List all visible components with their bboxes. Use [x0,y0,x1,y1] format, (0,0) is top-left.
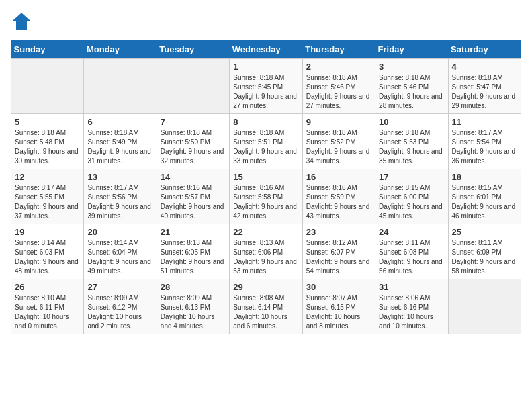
calendar-cell: 4Sunrise: 8:18 AM Sunset: 5:47 PM Daylig… [448,59,521,114]
day-info: Sunrise: 8:16 AM Sunset: 5:58 PM Dayligh… [233,183,298,221]
day-number: 27 [87,282,152,292]
calendar-table: SundayMondayTuesdayWednesdayThursdayFrid… [11,40,521,334]
calendar-cell: 10Sunrise: 8:18 AM Sunset: 5:53 PM Dayli… [375,114,448,169]
day-info: Sunrise: 8:13 AM Sunset: 6:05 PM Dayligh… [161,238,226,276]
day-info: Sunrise: 8:17 AM Sunset: 5:56 PM Dayligh… [87,183,152,221]
day-number: 4 [452,62,517,72]
calendar-cell: 19Sunrise: 8:14 AM Sunset: 6:03 PM Dayli… [11,224,84,279]
day-header-thursday: Thursday [302,40,375,59]
day-number: 20 [87,227,152,237]
day-info: Sunrise: 8:18 AM Sunset: 5:49 PM Dayligh… [87,128,152,166]
day-number: 1 [233,62,298,72]
calendar-week-row: 19Sunrise: 8:14 AM Sunset: 6:03 PM Dayli… [11,224,521,279]
day-number: 25 [452,227,517,237]
day-info: Sunrise: 8:13 AM Sunset: 6:06 PM Dayligh… [233,238,298,276]
day-info: Sunrise: 8:10 AM Sunset: 6:11 PM Dayligh… [15,293,80,331]
calendar-cell: 16Sunrise: 8:16 AM Sunset: 5:59 PM Dayli… [302,169,375,224]
day-info: Sunrise: 8:08 AM Sunset: 6:14 PM Dayligh… [233,293,298,331]
day-info: Sunrise: 8:07 AM Sunset: 6:15 PM Dayligh… [306,293,371,331]
day-info: Sunrise: 8:18 AM Sunset: 5:50 PM Dayligh… [161,128,226,166]
logo [11,11,35,32]
calendar-cell: 27Sunrise: 8:09 AM Sunset: 6:12 PM Dayli… [84,279,157,334]
day-header-tuesday: Tuesday [157,40,229,59]
day-header-sunday: Sunday [11,40,84,59]
day-number: 24 [379,227,444,237]
calendar-week-row: 5Sunrise: 8:18 AM Sunset: 5:48 PM Daylig… [11,114,521,169]
day-number: 26 [15,282,80,292]
calendar-cell: 21Sunrise: 8:13 AM Sunset: 6:05 PM Dayli… [157,224,229,279]
day-header-friday: Friday [375,40,448,59]
day-number: 9 [306,117,371,127]
day-number: 29 [233,282,298,292]
day-number: 7 [161,117,226,127]
calendar-cell [11,59,84,114]
day-info: Sunrise: 8:12 AM Sunset: 6:07 PM Dayligh… [306,238,371,276]
day-number: 2 [306,62,371,72]
day-number: 12 [15,172,80,182]
page-header [11,11,521,32]
calendar-cell [84,59,157,114]
calendar-week-row: 26Sunrise: 8:10 AM Sunset: 6:11 PM Dayli… [11,279,521,334]
day-header-monday: Monday [84,40,157,59]
calendar-cell: 12Sunrise: 8:17 AM Sunset: 5:55 PM Dayli… [11,169,84,224]
calendar-cell: 28Sunrise: 8:09 AM Sunset: 6:13 PM Dayli… [157,279,229,334]
calendar-week-row: 1Sunrise: 8:18 AM Sunset: 5:45 PM Daylig… [11,59,521,114]
calendar-cell: 18Sunrise: 8:15 AM Sunset: 6:01 PM Dayli… [448,169,521,224]
day-info: Sunrise: 8:14 AM Sunset: 6:03 PM Dayligh… [15,238,80,276]
day-info: Sunrise: 8:16 AM Sunset: 5:59 PM Dayligh… [306,183,371,221]
day-info: Sunrise: 8:18 AM Sunset: 5:48 PM Dayligh… [15,128,80,166]
day-info: Sunrise: 8:15 AM Sunset: 6:00 PM Dayligh… [379,183,444,221]
calendar-cell: 2Sunrise: 8:18 AM Sunset: 5:46 PM Daylig… [302,59,375,114]
day-info: Sunrise: 8:17 AM Sunset: 5:54 PM Dayligh… [452,128,517,166]
calendar-cell [448,279,521,334]
day-number: 16 [306,172,371,182]
day-number: 31 [379,282,444,292]
day-header-wednesday: Wednesday [230,40,302,59]
day-info: Sunrise: 8:18 AM Sunset: 5:51 PM Dayligh… [233,128,298,166]
calendar-cell: 17Sunrise: 8:15 AM Sunset: 6:00 PM Dayli… [375,169,448,224]
day-info: Sunrise: 8:18 AM Sunset: 5:46 PM Dayligh… [306,73,371,111]
day-number: 3 [379,62,444,72]
day-info: Sunrise: 8:18 AM Sunset: 5:52 PM Dayligh… [306,128,371,166]
day-number: 17 [379,172,444,182]
calendar-week-row: 12Sunrise: 8:17 AM Sunset: 5:55 PM Dayli… [11,169,521,224]
calendar-cell: 7Sunrise: 8:18 AM Sunset: 5:50 PM Daylig… [157,114,229,169]
calendar-cell: 13Sunrise: 8:17 AM Sunset: 5:56 PM Dayli… [84,169,157,224]
day-number: 18 [452,172,517,182]
svg-marker-0 [12,13,32,30]
calendar-cell: 1Sunrise: 8:18 AM Sunset: 5:45 PM Daylig… [230,59,302,114]
day-number: 11 [452,117,517,127]
day-number: 23 [306,227,371,237]
day-info: Sunrise: 8:09 AM Sunset: 6:12 PM Dayligh… [87,293,152,331]
day-info: Sunrise: 8:18 AM Sunset: 5:46 PM Dayligh… [379,73,444,111]
day-info: Sunrise: 8:18 AM Sunset: 5:45 PM Dayligh… [233,73,298,111]
calendar-cell: 14Sunrise: 8:16 AM Sunset: 5:57 PM Dayli… [157,169,229,224]
day-info: Sunrise: 8:06 AM Sunset: 6:16 PM Dayligh… [379,293,444,331]
calendar-cell: 8Sunrise: 8:18 AM Sunset: 5:51 PM Daylig… [230,114,302,169]
day-info: Sunrise: 8:11 AM Sunset: 6:08 PM Dayligh… [379,238,444,276]
calendar-cell: 6Sunrise: 8:18 AM Sunset: 5:49 PM Daylig… [84,114,157,169]
calendar-cell: 5Sunrise: 8:18 AM Sunset: 5:48 PM Daylig… [11,114,84,169]
day-info: Sunrise: 8:15 AM Sunset: 6:01 PM Dayligh… [452,183,517,221]
day-header-saturday: Saturday [448,40,521,59]
day-number: 15 [233,172,298,182]
calendar-cell: 9Sunrise: 8:18 AM Sunset: 5:52 PM Daylig… [302,114,375,169]
calendar-cell [157,59,229,114]
day-header-row: SundayMondayTuesdayWednesdayThursdayFrid… [11,40,521,59]
day-number: 22 [233,227,298,237]
calendar-cell: 3Sunrise: 8:18 AM Sunset: 5:46 PM Daylig… [375,59,448,114]
day-info: Sunrise: 8:11 AM Sunset: 6:09 PM Dayligh… [452,238,517,276]
calendar-cell: 26Sunrise: 8:10 AM Sunset: 6:11 PM Dayli… [11,279,84,334]
calendar-cell: 31Sunrise: 8:06 AM Sunset: 6:16 PM Dayli… [375,279,448,334]
day-number: 28 [161,282,226,292]
day-number: 30 [306,282,371,292]
day-number: 13 [87,172,152,182]
day-info: Sunrise: 8:18 AM Sunset: 5:53 PM Dayligh… [379,128,444,166]
day-number: 14 [161,172,226,182]
calendar-cell: 30Sunrise: 8:07 AM Sunset: 6:15 PM Dayli… [302,279,375,334]
calendar-cell: 20Sunrise: 8:14 AM Sunset: 6:04 PM Dayli… [84,224,157,279]
day-info: Sunrise: 8:14 AM Sunset: 6:04 PM Dayligh… [87,238,152,276]
day-number: 10 [379,117,444,127]
day-number: 5 [15,117,80,127]
day-info: Sunrise: 8:18 AM Sunset: 5:47 PM Dayligh… [452,73,517,111]
